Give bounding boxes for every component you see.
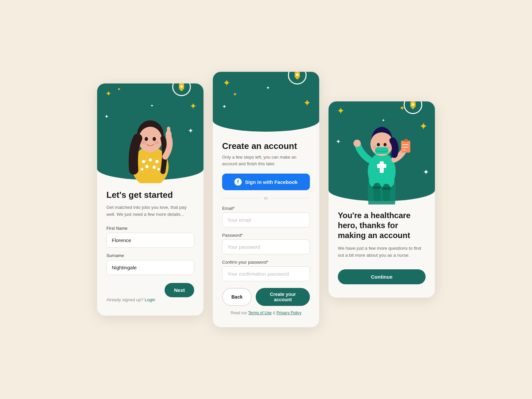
card2-star-white-2: ✦: [266, 85, 270, 90]
svg-point-49: [387, 146, 391, 148]
svg-rect-37: [382, 187, 391, 190]
card3-illustration: ✦ ✦ ✦ ✦ ✦ ✦: [329, 101, 435, 201]
card2-star-4: ✦: [303, 98, 311, 108]
svg-point-6: [149, 158, 152, 162]
svg-point-17: [153, 137, 156, 141]
star-white-1: ✦: [104, 113, 109, 120]
svg-point-3: [180, 85, 183, 88]
confirm-password-label: Confirm your password*: [222, 260, 310, 265]
svg-point-5: [142, 160, 145, 163]
email-label: Email*: [222, 206, 310, 211]
svg-point-46: [384, 143, 387, 146]
card1-subtitle: Get matched into jobs you love, that pay…: [106, 204, 194, 218]
card2-content: Create an account Only a few steps left,…: [213, 141, 319, 281]
svg-point-45: [377, 143, 380, 146]
svg-point-19: [155, 141, 159, 144]
svg-point-18: [141, 141, 146, 144]
card3-star-white-1: ✦: [336, 138, 341, 145]
card3-star-2: ✦: [419, 121, 428, 131]
svg-point-25: [296, 73, 299, 76]
back-button[interactable]: Back: [222, 288, 252, 306]
star-white-2: ✦: [188, 127, 194, 135]
star-3: ✦: [190, 102, 197, 110]
svg-rect-33: [377, 164, 386, 168]
card2-star-1: ✦: [223, 78, 230, 88]
continue-button[interactable]: Continue: [338, 269, 426, 284]
svg-point-29: [412, 103, 414, 106]
card3-title: You're a healthcare hero, thanks for mak…: [338, 210, 426, 240]
surname-label: Surname: [106, 253, 194, 258]
svg-rect-2: [180, 89, 183, 91]
svg-rect-35: [383, 184, 390, 201]
password-group: Password*: [222, 233, 310, 254]
svg-point-9: [153, 166, 156, 169]
card2-illustration: ✦ ✦ ✦ ✦ ✦ ✦: [213, 72, 319, 132]
card2-title: Create an account: [222, 141, 310, 151]
card3-star-white-2: ✦: [423, 168, 429, 177]
svg-rect-21: [167, 127, 170, 134]
password-label: Password*: [222, 233, 310, 238]
card2-subtitle: Only a few steps left, you can make an a…: [222, 154, 310, 167]
create-account-button[interactable]: Create your account: [256, 288, 310, 306]
card-healthcare-hero: ✦ ✦ ✦ ✦ ✦ ✦: [329, 101, 435, 298]
svg-point-43: [353, 140, 361, 147]
confirm-password-input[interactable]: [222, 266, 310, 281]
next-button[interactable]: Next: [165, 283, 194, 297]
confirm-password-group: Confirm your password*: [222, 260, 310, 281]
first-name-label: First Name: [106, 226, 194, 231]
card-create-account: ✦ ✦ ✦ ✦ ✦ ✦ Create an account Only a few…: [213, 72, 319, 327]
girl-illustration: [117, 90, 184, 183]
card2-star-2: ✦: [233, 92, 237, 97]
facebook-icon: f: [234, 178, 242, 186]
svg-rect-24: [296, 78, 299, 79]
svg-rect-34: [373, 183, 381, 201]
first-name-input[interactable]: [106, 233, 194, 248]
email-group: Email*: [222, 206, 310, 227]
card1-content: Let's get started Get matched into jobs …: [97, 190, 203, 275]
or-divider: or: [222, 196, 310, 200]
card2-lantern-icon: [288, 72, 307, 84]
star-1: ✦: [105, 90, 111, 97]
svg-rect-47: [375, 147, 388, 154]
card1-illustration: ✦ ✦ ✦ ✦ ✦ ✦ ✦: [97, 83, 203, 180]
svg-rect-39: [404, 139, 408, 142]
svg-point-48: [372, 146, 376, 148]
card3-star-1: ✦: [337, 106, 344, 116]
nurse-hero-illustration: [345, 101, 418, 204]
svg-rect-38: [401, 141, 410, 153]
facebook-signin-button[interactable]: f Sign in with Facebook: [222, 174, 310, 190]
card2-star-white-1: ✦: [222, 103, 226, 110]
card3-subtitle: We have just a few more questions to fin…: [338, 245, 426, 259]
login-link[interactable]: Login: [145, 297, 155, 302]
card2-actions: Back Create your account: [213, 288, 319, 306]
cards-container: ✦ ✦ ✦ ✦ ✦ ✦ ✦: [97, 72, 435, 327]
card1-title: Let's get started: [106, 190, 194, 200]
terms-text: Read our Terms of Use & Privacy Policy: [213, 311, 319, 315]
svg-point-11: [157, 168, 160, 171]
card-get-started: ✦ ✦ ✦ ✦ ✦ ✦ ✦: [97, 83, 203, 316]
email-input[interactable]: [222, 212, 310, 227]
privacy-link[interactable]: Privacy Policy: [277, 311, 302, 315]
svg-point-10: [141, 168, 143, 171]
password-input[interactable]: [222, 239, 310, 254]
svg-rect-36: [372, 186, 382, 189]
svg-point-8: [145, 165, 149, 168]
terms-link[interactable]: Terms of Use: [248, 311, 272, 315]
already-signed-text: Already signed up? Login: [97, 297, 203, 302]
card3-content: You're a healthcare hero, thanks for mak…: [329, 210, 435, 259]
svg-point-7: [155, 160, 159, 163]
svg-point-16: [145, 137, 148, 141]
surname-group: Surname: [106, 253, 194, 275]
first-name-group: First Name: [106, 226, 194, 248]
surname-input[interactable]: [106, 260, 194, 275]
svg-rect-28: [412, 107, 414, 109]
